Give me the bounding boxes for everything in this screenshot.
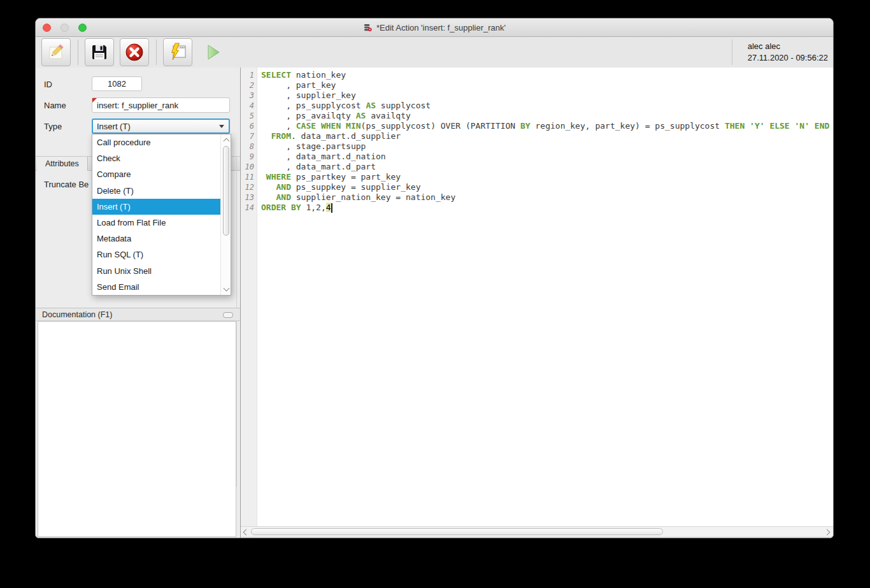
line-number: 7 xyxy=(241,131,257,141)
dropdown-scrollbar-thumb[interactable] xyxy=(223,146,229,236)
code-line[interactable]: 13 AND supplier_nation_key = nation_key xyxy=(241,192,833,203)
code-line[interactable]: 7 FROM. data_mart.d_supplier xyxy=(241,131,833,141)
line-number: 10 xyxy=(241,162,257,172)
dropdown-item[interactable]: Send Email xyxy=(92,279,231,295)
name-field[interactable]: insert: f_supplier_rank xyxy=(92,97,230,113)
code-line[interactable]: 3 , supplier_key xyxy=(241,90,833,101)
red-x-cancel-icon xyxy=(124,42,145,62)
dropdown-item[interactable]: Metadata xyxy=(92,231,231,247)
pencil-edit-icon xyxy=(46,43,66,62)
code-text: , data_mart.d_nation xyxy=(257,152,386,162)
type-label: Type xyxy=(44,122,62,131)
line-number: 2 xyxy=(241,80,257,90)
type-combobox[interactable]: Insert (T) xyxy=(92,118,230,134)
scroll-up-icon[interactable] xyxy=(223,138,229,145)
window-title: *Edit Action 'insert: f_supplier_rank' xyxy=(376,23,506,32)
database-gear-icon xyxy=(363,23,373,32)
required-marker xyxy=(92,98,97,103)
dropdown-item[interactable]: Insert (T) xyxy=(92,199,231,215)
dropdown-item[interactable]: Compare xyxy=(92,166,231,182)
code-text: , stage.partsupp xyxy=(257,141,366,152)
line-number: 6 xyxy=(241,121,257,131)
traffic-lights xyxy=(43,24,87,32)
documentation-header: Documentation (F1) xyxy=(36,308,240,321)
sql-editor[interactable]: 1SELECT nation_key2 , part_key3 , suppli… xyxy=(241,68,833,538)
horizontal-scrollbar-thumb[interactable] xyxy=(251,528,663,535)
save-button[interactable] xyxy=(85,38,114,66)
panel-divider xyxy=(236,156,237,487)
title-bar[interactable]: *Edit Action 'insert: f_supplier_rank' xyxy=(36,18,833,37)
code-line[interactable]: 9 , data_mart.d_nation xyxy=(241,152,833,162)
id-field[interactable]: 1082 xyxy=(92,76,142,91)
line-number: 12 xyxy=(241,182,257,192)
type-combobox-value: Insert (T) xyxy=(97,122,131,131)
type-dropdown-popup: Call procedureCheckCompareDelete (T)Inse… xyxy=(92,134,231,296)
scroll-left-icon[interactable] xyxy=(243,529,250,535)
code-line[interactable]: 1SELECT nation_key xyxy=(241,70,833,80)
edit-action-window: *Edit Action 'insert: f_supplier_rank' xyxy=(35,18,834,538)
line-number: 4 xyxy=(241,101,257,111)
user-name: alec alec xyxy=(748,41,828,52)
editor-bottom-edge xyxy=(241,536,833,538)
edit-button[interactable] xyxy=(41,38,71,66)
scroll-right-icon[interactable] xyxy=(824,529,831,535)
dropdown-item[interactable]: Delete (T) xyxy=(92,183,231,199)
documentation-header-label: Documentation (F1) xyxy=(42,310,112,319)
floppy-save-icon xyxy=(90,43,109,62)
line-number: 11 xyxy=(241,172,257,182)
dropdown-item[interactable]: Run Unix Shell xyxy=(92,263,231,279)
toolbar: alec alec 27.11.2020 - 09:56:22 xyxy=(36,37,833,68)
tab-attributes[interactable]: Attributes xyxy=(37,157,88,171)
truncate-field-label: Truncate Be xyxy=(44,180,89,189)
toolbar-separator xyxy=(732,39,732,65)
code-text: AND ps_suppkey = supplier_key xyxy=(257,182,420,192)
name-label: Name xyxy=(44,101,66,110)
code-text: , data_mart.d_part xyxy=(257,162,376,172)
zoom-window-button[interactable] xyxy=(78,24,87,32)
name-field-value: insert: f_supplier_rank xyxy=(97,101,178,110)
chevron-down-icon xyxy=(219,125,224,128)
line-number: 1 xyxy=(241,70,257,80)
run-script-button[interactable] xyxy=(163,38,192,66)
session-timestamp: 27.11.2020 - 09:56:22 xyxy=(748,52,828,64)
code-line[interactable]: 8 , stage.partsupp xyxy=(241,141,833,152)
cancel-button[interactable] xyxy=(120,38,149,66)
close-window-button[interactable] xyxy=(43,24,51,32)
line-number: 13 xyxy=(241,192,257,203)
code-text: , ps_supplycost AS supplycost xyxy=(257,101,431,111)
line-number: 14 xyxy=(241,203,257,213)
dropdown-item[interactable]: Check xyxy=(92,150,231,166)
scroll-down-icon[interactable] xyxy=(223,285,229,292)
code-line[interactable]: 11 WHERE ps_partkey = part_key xyxy=(241,172,833,182)
code-text: , part_key xyxy=(257,80,336,90)
green-play-icon xyxy=(203,42,223,62)
documentation-textarea[interactable] xyxy=(38,321,236,537)
code-line[interactable]: 6 , CASE WHEN MIN(ps_supplycost) OVER (P… xyxy=(241,121,833,131)
code-line[interactable]: 14ORDER BY 1,2,4 xyxy=(241,203,833,213)
code-line[interactable]: 5 , ps_availqty AS availqty xyxy=(241,111,833,121)
code-line[interactable]: 2 , part_key xyxy=(241,80,833,90)
dropdown-item[interactable]: Load from Flat File xyxy=(92,215,231,231)
id-label: ID xyxy=(44,80,52,89)
line-number: 5 xyxy=(241,111,257,121)
horizontal-scrollbar[interactable] xyxy=(241,526,833,536)
line-number: 3 xyxy=(241,90,257,101)
code-text: , supplier_key xyxy=(257,90,356,101)
code-line[interactable]: 12 AND ps_suppkey = supplier_key xyxy=(241,182,833,192)
line-number: 8 xyxy=(241,141,257,152)
play-button[interactable] xyxy=(198,38,227,66)
sql-code[interactable]: 1SELECT nation_key2 , part_key3 , suppli… xyxy=(241,70,833,526)
code-line[interactable]: 10 , data_mart.d_part xyxy=(241,162,833,172)
minimize-window-button[interactable] xyxy=(61,24,69,32)
code-text: ORDER BY 1,2,4 xyxy=(257,203,331,213)
lightning-script-icon xyxy=(168,42,188,62)
dropdown-item[interactable]: Run SQL (T) xyxy=(92,247,231,262)
code-text: , ps_availqty AS availqty xyxy=(257,111,411,121)
code-text: AND supplier_nation_key = nation_key xyxy=(257,192,455,203)
code-line[interactable]: 4 , ps_supplycost AS supplycost xyxy=(241,101,833,111)
collapse-panel-button[interactable] xyxy=(223,312,233,318)
toolbar-separator xyxy=(156,39,157,65)
dropdown-item[interactable]: Call procedure xyxy=(92,134,231,150)
dropdown-scrollbar[interactable] xyxy=(220,134,231,295)
toolbar-separator xyxy=(78,39,78,65)
